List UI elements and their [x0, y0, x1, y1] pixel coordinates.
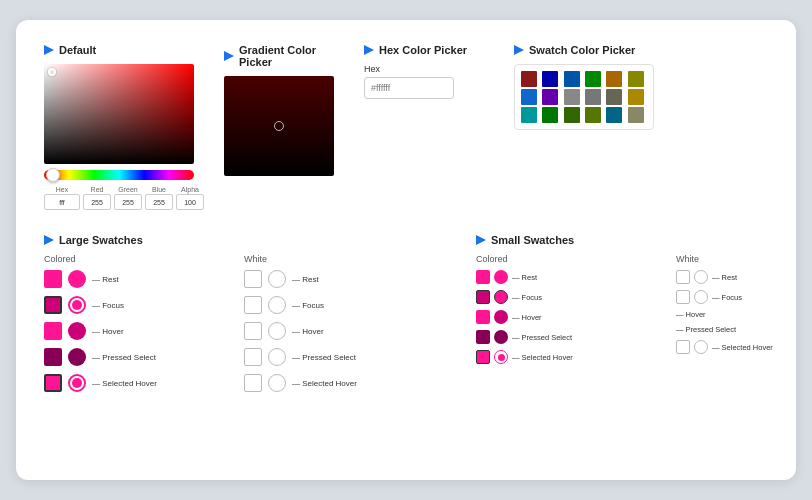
- small-colored-rest-label: — Rest: [512, 273, 537, 282]
- swatch-cell-6[interactable]: [521, 89, 537, 105]
- large-colored-selected-square[interactable]: [44, 374, 62, 392]
- alpha-label: Alpha: [176, 186, 204, 193]
- large-colored-selected-circle[interactable]: [68, 374, 86, 392]
- large-colored-pressed-square[interactable]: [44, 348, 62, 366]
- red-field-group: Red: [83, 186, 111, 210]
- default-gradient-handle[interactable]: [48, 68, 56, 76]
- small-colored-pressed-square[interactable]: [476, 330, 490, 344]
- large-white-col: White — Rest — Focus — Hover: [244, 254, 444, 400]
- swatch-cell-9[interactable]: [585, 89, 601, 105]
- small-colored-focus-label: — Focus: [512, 293, 542, 302]
- small-white-selected-square[interactable]: [676, 340, 690, 354]
- swatch-cell-2[interactable]: [564, 71, 580, 87]
- alpha-field-group: Alpha: [176, 186, 204, 210]
- large-white-hover-square[interactable]: [244, 322, 262, 340]
- large-white-selected-square[interactable]: [244, 374, 262, 392]
- swatch-cell-17[interactable]: [628, 107, 644, 123]
- large-colored-focus-square[interactable]: [44, 296, 62, 314]
- hex-title-icon: [364, 45, 374, 55]
- small-colored-hover-row: — Hover: [476, 310, 676, 324]
- color-fields: Hex Red Green Blue Alpha: [44, 186, 204, 210]
- large-colored-focus-circle[interactable]: [68, 296, 86, 314]
- large-colored-label: Colored: [44, 254, 244, 264]
- swatch-cell-10[interactable]: [606, 89, 622, 105]
- swatch-cell-5[interactable]: [628, 71, 644, 87]
- hex-input[interactable]: [44, 194, 80, 210]
- red-input[interactable]: [83, 194, 111, 210]
- blue-input[interactable]: [145, 194, 173, 210]
- large-white-selected-row: — Selected Hover: [244, 374, 444, 392]
- swatch-cell-8[interactable]: [564, 89, 580, 105]
- swatch-cell-11[interactable]: [628, 89, 644, 105]
- small-colored-selected-square[interactable]: [476, 350, 490, 364]
- small-white-focus-square[interactable]: [676, 290, 690, 304]
- default-title: Default: [44, 44, 204, 56]
- large-white-selected-label: — Selected Hover: [292, 379, 357, 388]
- green-input[interactable]: [114, 194, 142, 210]
- small-colored-rest-circle[interactable]: [494, 270, 508, 284]
- hex-picker-title: Hex Color Picker: [364, 44, 494, 56]
- gradient-box[interactable]: [224, 76, 334, 176]
- large-white-focus-square[interactable]: [244, 296, 262, 314]
- small-colored-pressed-circle[interactable]: [494, 330, 508, 344]
- large-white-pressed-circle[interactable]: [268, 348, 286, 366]
- large-white-pressed-square[interactable]: [244, 348, 262, 366]
- swatch-cell-13[interactable]: [542, 107, 558, 123]
- hue-slider-thumb[interactable]: [46, 168, 60, 182]
- green-label: Green: [114, 186, 142, 193]
- small-white-focus-label: — Focus: [712, 293, 742, 302]
- small-colored-focus-square[interactable]: [476, 290, 490, 304]
- swatch-title-icon: [514, 45, 524, 55]
- blue-label: Blue: [145, 186, 173, 193]
- swatch-cell-12[interactable]: [521, 107, 537, 123]
- swatch-cell-1[interactable]: [542, 71, 558, 87]
- large-white-rest-circle[interactable]: [268, 270, 286, 288]
- swatch-cell-0[interactable]: [521, 71, 537, 87]
- large-colored-rest-square[interactable]: [44, 270, 62, 288]
- large-white-hover-circle[interactable]: [268, 322, 286, 340]
- swatch-cell-14[interactable]: [564, 107, 580, 123]
- small-white-selected-circle[interactable]: [694, 340, 708, 354]
- large-colored-rest-circle[interactable]: [68, 270, 86, 288]
- large-white-pressed-row: — Pressed Select: [244, 348, 444, 366]
- large-colored-pressed-circle[interactable]: [68, 348, 86, 366]
- hex-picker-input[interactable]: [364, 77, 454, 99]
- small-white-hover-row: — Hover: [676, 310, 812, 319]
- small-white-selected-row: — Selected Hover: [676, 340, 812, 354]
- hex-label: Hex: [44, 186, 80, 193]
- swatch-cell-3[interactable]: [585, 71, 601, 87]
- small-colored-focus-circle[interactable]: [494, 290, 508, 304]
- large-swatches-icon: [44, 235, 54, 245]
- swatch-cell-15[interactable]: [585, 107, 601, 123]
- small-colored-hover-circle[interactable]: [494, 310, 508, 324]
- small-white-rest-circle[interactable]: [694, 270, 708, 284]
- swatch-cell-4[interactable]: [606, 71, 622, 87]
- large-colored-hover-square[interactable]: [44, 322, 62, 340]
- swatch-title: Swatch Color Picker: [514, 44, 694, 56]
- swatch-cell-7[interactable]: [542, 89, 558, 105]
- hue-slider[interactable]: [44, 170, 194, 180]
- alpha-input[interactable]: [176, 194, 204, 210]
- gradient-handle[interactable]: [274, 121, 284, 131]
- small-colored-selected-label: — Selected Hover: [512, 353, 573, 362]
- hex-field-group: Hex: [44, 186, 80, 210]
- small-white-focus-circle[interactable]: [694, 290, 708, 304]
- swatch-cell-16[interactable]: [606, 107, 622, 123]
- small-swatches-icon: [476, 235, 486, 245]
- small-colored-hover-square[interactable]: [476, 310, 490, 324]
- large-colored-pressed-row: — Pressed Select: [44, 348, 244, 366]
- large-white-focus-circle[interactable]: [268, 296, 286, 314]
- small-white-selected-label: — Selected Hover: [712, 343, 773, 352]
- small-white-rest-label: — Rest: [712, 273, 737, 282]
- default-gradient-box[interactable]: [44, 64, 194, 164]
- small-swatches-panel: Small Swatches Colored — Rest — Focus: [476, 234, 812, 400]
- small-colored-selected-circle[interactable]: [494, 350, 508, 364]
- small-colored-pressed-label: — Pressed Select: [512, 333, 572, 342]
- small-white-rest-square[interactable]: [676, 270, 690, 284]
- small-colored-rest-square[interactable]: [476, 270, 490, 284]
- large-colored-hover-circle[interactable]: [68, 322, 86, 340]
- large-white-hover-row: — Hover: [244, 322, 444, 340]
- small-colored-pressed-row: — Pressed Select: [476, 330, 676, 344]
- large-white-rest-square[interactable]: [244, 270, 262, 288]
- large-white-selected-circle[interactable]: [268, 374, 286, 392]
